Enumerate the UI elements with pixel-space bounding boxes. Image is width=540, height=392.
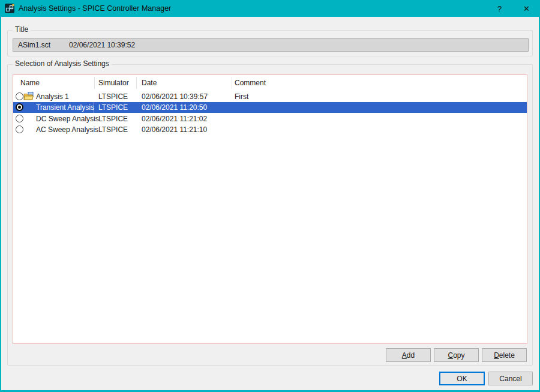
help-icon: ?: [497, 4, 502, 13]
header-separator: [136, 77, 137, 89]
copy-button-label: Copy: [448, 351, 464, 360]
sheet-file-name: ASim1.sct: [18, 41, 50, 49]
column-header-date: Date: [142, 79, 157, 87]
row-date: 02/06/2021 11:20:50: [142, 103, 207, 112]
title-groupbox: Title ASim1.sct 02/06/2021 10:39:52: [7, 30, 533, 56]
row-name: DC Sweep Analysis: [36, 115, 99, 123]
row-name: Transient Analysis: [36, 103, 94, 112]
titlebar[interactable]: Analysis Settings - SPICE Controller Man…: [0, 0, 540, 17]
dialog-client-area: Title ASim1.sct 02/06/2021 10:39:52 Sele…: [1, 17, 539, 390]
row-comment: First: [235, 92, 248, 101]
row-simulator: LTSPICE: [98, 103, 128, 112]
table-row-ac-sweep-analysis[interactable]: AC Sweep Analysis LTSPICE 02/06/2021 11:…: [13, 124, 527, 136]
row-simulator: LTSPICE: [98, 115, 128, 123]
title-field[interactable]: ASim1.sct 02/06/2021 10:39:52: [13, 38, 529, 52]
table-row-analysis-1[interactable]: Analysis 1 LTSPICE 02/06/2021 10:39:57 F…: [13, 91, 527, 102]
radio-dc-sweep-analysis[interactable]: [16, 115, 23, 122]
delete-button[interactable]: Delete: [482, 348, 527, 362]
row-date: 02/06/2021 11:21:10: [142, 125, 207, 134]
table-row-dc-sweep-analysis[interactable]: DC Sweep Analysis LTSPICE 02/06/2021 11:…: [13, 113, 527, 124]
column-header-comment: Comment: [235, 79, 266, 87]
help-button[interactable]: ?: [486, 0, 513, 17]
close-button[interactable]: ✕: [513, 0, 540, 17]
window-title: Analysis Settings - SPICE Controller Man…: [19, 4, 486, 13]
analysis-folder-icon: [23, 92, 34, 100]
add-button-label: Add: [402, 351, 415, 360]
delete-button-label: Delete: [494, 351, 515, 360]
selection-groupbox-label: Selection of Analysis Settings: [13, 59, 112, 68]
header-separator: [232, 77, 232, 89]
close-icon: ✕: [523, 4, 530, 13]
radio-transient-analysis[interactable]: [16, 103, 23, 111]
table-row-transient-analysis[interactable]: Transient Analysis LTSPICE 02/06/2021 11…: [13, 102, 527, 113]
add-button[interactable]: Add: [386, 348, 431, 362]
ok-button-label: OK: [457, 375, 467, 383]
column-header-name: Name: [20, 79, 40, 87]
row-simulator: LTSPICE: [98, 92, 128, 101]
row-name: Analysis 1: [36, 92, 69, 101]
cancel-button-label: Cancel: [499, 375, 521, 383]
cancel-button[interactable]: Cancel: [488, 372, 533, 385]
header-separator: [94, 77, 95, 89]
row-simulator: LTSPICE: [98, 125, 128, 134]
radio-ac-sweep-analysis[interactable]: [16, 125, 23, 133]
analysis-settings-dialog: Analysis Settings - SPICE Controller Man…: [0, 0, 540, 392]
row-date: 02/06/2021 10:39:57: [142, 92, 208, 101]
row-date: 02/06/2021 11:21:02: [142, 115, 207, 123]
copy-button[interactable]: Copy: [434, 348, 479, 362]
analysis-settings-table[interactable]: Name Simulator Date Comment Analysis 1 L…: [13, 74, 527, 344]
title-groupbox-label: Title: [13, 25, 31, 34]
app-icon: [5, 4, 14, 13]
row-name: AC Sweep Analysis: [36, 125, 98, 134]
column-header-simulator: Simulator: [98, 79, 129, 87]
sheet-timestamp: 02/06/2021 10:39:52: [69, 41, 135, 49]
table-header: Name Simulator Date Comment: [13, 75, 527, 91]
ok-button[interactable]: OK: [439, 372, 485, 385]
radio-analysis-1[interactable]: [16, 92, 23, 100]
